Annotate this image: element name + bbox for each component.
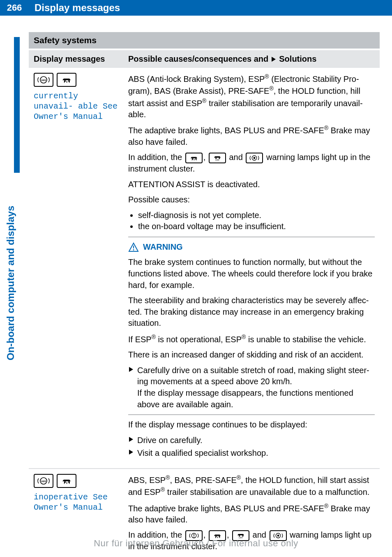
page-title: Display messages — [29, 0, 392, 16]
reg-mark: ® — [324, 125, 328, 131]
display-message-text: currently unavail‐ able See Owner's Manu… — [34, 91, 120, 122]
paragraph: If ESP® is not operational, ESP® is unab… — [128, 333, 375, 345]
cause-list: self-diagnosis is not yet complete. the … — [138, 210, 375, 232]
footer-watermark: Nur für internen Gebrauch / For internal… — [0, 538, 392, 549]
paragraph: ABS (Anti-lock Braking System), ESP® (El… — [128, 73, 375, 120]
list-item: the on-board voltage may be insufficient… — [138, 221, 375, 232]
paragraph: Possible causes: — [128, 194, 375, 206]
divider — [128, 237, 375, 237]
header-suffix: Solutions — [279, 54, 316, 64]
side-tab-highlight — [14, 37, 20, 173]
text: is not operational, ESP — [156, 335, 242, 344]
text: Visit a qualified specialist workshop. — [137, 448, 268, 459]
paragraph: There is an increased danger of skidding… — [128, 349, 375, 361]
table-header-right: Possible causes/consequences and Solutio… — [128, 54, 375, 64]
page-header: 266 Display messages — [0, 0, 392, 16]
text: Drive on carefully. — [137, 435, 203, 446]
triangle-right-icon — [128, 436, 134, 442]
triangle-right-icon — [271, 56, 277, 62]
car-skid-icon — [57, 474, 76, 488]
text: trailer stabilisation are unavailable du… — [165, 487, 369, 497]
brake-circle-icon — [246, 153, 263, 163]
action-item: Drive on carefully. — [128, 435, 375, 446]
divider — [128, 414, 375, 415]
svg-point-11 — [254, 157, 256, 159]
paragraph: The steerability and braking characteris… — [128, 295, 375, 329]
reg-mark: ® — [265, 73, 269, 80]
reg-mark: ® — [242, 334, 246, 340]
header-prefix: Possible causes/consequences and — [128, 54, 268, 64]
svg-point-31 — [277, 535, 279, 537]
svg-point-8 — [219, 158, 220, 159]
text: ABS (Anti-lock Braking System), ESP — [128, 74, 265, 84]
paragraph: If the display message continues to be d… — [128, 419, 375, 431]
display-message-text: inoperative See Owner's Manual — [34, 492, 120, 513]
svg-point-27 — [239, 535, 240, 536]
list-item: self-diagnosis is not yet complete. — [138, 210, 375, 221]
svg-text:OFF: OFF — [215, 159, 219, 161]
svg-point-14 — [133, 249, 134, 251]
svg-point-7 — [215, 158, 217, 159]
warning-triangle-icon — [128, 242, 139, 252]
section-heading: Safety systems — [29, 32, 380, 49]
icon-row: ABS — [34, 474, 120, 488]
svg-marker-15 — [129, 367, 133, 372]
svg-marker-16 — [129, 437, 133, 442]
reg-mark: ® — [152, 334, 156, 340]
triangle-right-icon — [128, 367, 134, 372]
text: and — [227, 153, 245, 162]
text: Carefully drive on a suitable stretch of… — [137, 365, 375, 410]
reg-mark: ® — [237, 474, 241, 481]
warning-label: WARNING — [143, 241, 183, 253]
paragraph: ABS, ESP®, BAS, PRE-SAFE®, the HOLD func… — [128, 474, 375, 498]
car-skid-icon — [185, 153, 203, 163]
action-item: Visit a qualified specialist workshop. — [128, 448, 375, 459]
svg-marker-17 — [129, 450, 133, 455]
reg-mark: ® — [161, 486, 165, 493]
paragraph: ATTENTION ASSIST is deactivated. — [128, 179, 375, 190]
text: In addition, the — [128, 153, 184, 162]
svg-point-28 — [242, 535, 243, 536]
car-skid-icon — [57, 73, 76, 87]
text: If ESP — [128, 335, 152, 344]
abs-icon: ABS — [34, 73, 53, 87]
warning-heading: WARNING — [128, 241, 375, 253]
table-header-left: Display messages — [34, 54, 120, 64]
page-number: 266 — [0, 0, 29, 16]
display-message-cell: ABS currently unavail‐ able See Owner's … — [34, 73, 120, 463]
svg-text:ABS: ABS — [41, 79, 46, 81]
icon-row: ABS — [34, 73, 120, 87]
abs-icon: ABS — [34, 474, 53, 488]
paragraph: The brake system continues to function n… — [128, 257, 375, 291]
text: , BAS, PRE-SAFE — [170, 476, 236, 485]
reg-mark: ® — [202, 97, 206, 104]
action-list: Drive on carefully. Visit a qualified sp… — [128, 435, 375, 459]
svg-point-24 — [194, 536, 194, 537]
solution-cell: ABS (Anti-lock Braking System), ESP® (El… — [128, 73, 375, 463]
reg-mark: ® — [269, 85, 273, 92]
paragraph: In addition, the , OFF and warning lamps… — [128, 152, 375, 174]
text: The adaptive brake lights, BAS PLUS and … — [128, 126, 324, 135]
triangle-right-icon — [128, 449, 134, 455]
svg-marker-0 — [272, 57, 276, 62]
action-list: Carefully drive on a suitable stretch of… — [128, 365, 375, 410]
content-area: Safety systems Display messages Possible… — [29, 32, 380, 557]
table-header: Display messages Possible causes/consequ… — [29, 50, 380, 68]
car-skid-off-icon: OFF — [209, 153, 226, 163]
reg-mark: ® — [166, 474, 170, 481]
paragraph: The adaptive brake lights, BAS PLUS and … — [128, 124, 375, 148]
action-item: Carefully drive on a suitable stretch of… — [128, 365, 375, 410]
text: is unable to stabilise the vehicle. — [246, 335, 366, 344]
text: The adaptive brake lights, BAS PLUS and … — [128, 504, 324, 513]
svg-text:ABS: ABS — [41, 480, 46, 483]
table-row: ABS currently unavail‐ able See Owner's … — [29, 68, 380, 469]
text: ABS, ESP — [128, 476, 166, 485]
paragraph: The adaptive brake lights, BAS PLUS and … — [128, 502, 375, 526]
reg-mark: ® — [324, 503, 328, 509]
side-tab-label: On-board computer and displays — [5, 206, 16, 360]
